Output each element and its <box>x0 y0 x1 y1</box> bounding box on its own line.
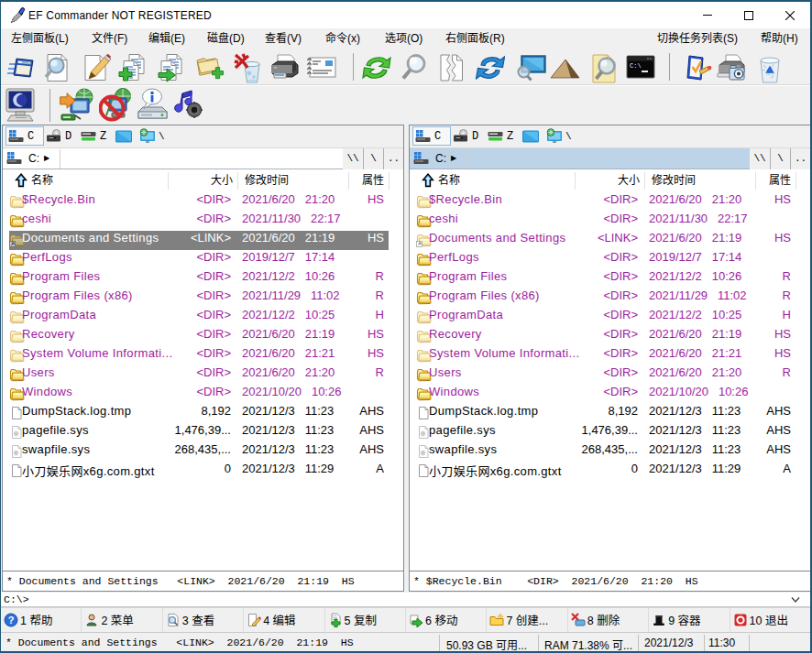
svg-text:C:\: C:\ <box>630 62 642 70</box>
svg-text:?: ? <box>8 615 15 626</box>
